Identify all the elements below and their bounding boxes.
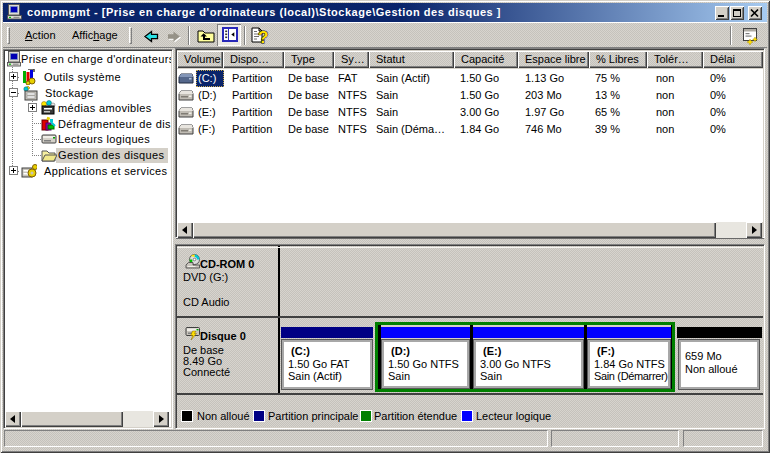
svg-text:?: ?: [258, 28, 268, 46]
